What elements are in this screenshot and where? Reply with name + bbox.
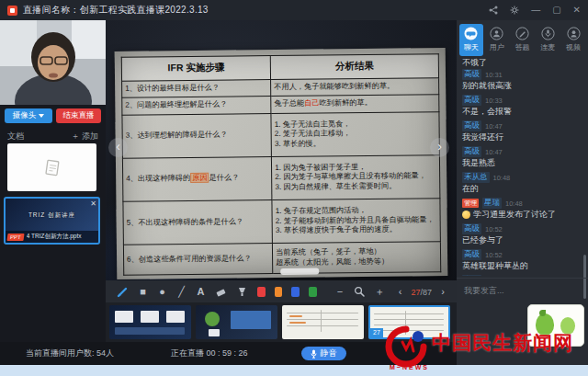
presentation-stage: IFR 实施步骤 分析结果 1、设计的最终目标是什么？ 不用人，兔子就能够吃到新… — [106, 20, 457, 280]
text-tool-icon[interactable]: A — [196, 285, 206, 298]
chat-message: 高级10:31 别的就很高涨 — [462, 69, 582, 92]
tab-label: 用户 — [490, 42, 504, 52]
chat-message: 禾从总10:48 在的 — [462, 172, 582, 195]
tab-label: 答题 — [514, 42, 529, 52]
highlight-reason: 原因 — [190, 173, 209, 183]
chat-input[interactable]: 我要发言... — [457, 279, 588, 297]
smiley-emoji-icon — [462, 211, 470, 219]
message-time: 10:47 — [485, 148, 503, 156]
pen-tool-icon[interactable] — [117, 285, 129, 298]
question-cell: 6、创造这些条件可用的资源是什么？ — [123, 244, 272, 276]
whiteboard-thumbnail[interactable] — [7, 143, 96, 191]
slide-thumbnail-1[interactable] — [109, 305, 191, 339]
question-cell: 1、设计的最终目标是什么？ — [122, 79, 271, 97]
prev-slide-arrow[interactable]: ‹ — [108, 138, 128, 157]
left-panel: 摄像头 结束直播 文档 ＋ 添加 TRIZ 创新讲座 PPT 4 TRIZ创新方… — [0, 20, 106, 342]
ppt-filename: 4 TRIZ创新方法.pptx — [27, 233, 82, 241]
chevron-down-icon — [39, 114, 44, 118]
chat-message: 高级10:33 不是，会报警 — [462, 95, 582, 118]
slide-thumbnail-3[interactable] — [282, 305, 364, 339]
tab-chat[interactable]: 聊天 — [459, 24, 483, 56]
answer-cell: 1. 兔子在规定范围内活动， 2. 笼子能移动到新的地方并且具备自驱动能量， 3… — [272, 199, 440, 244]
message-time: 10:48 — [493, 174, 511, 182]
maximize-icon[interactable]: ▢ — [552, 6, 560, 15]
minimize-icon[interactable]: — — [531, 6, 540, 15]
message-text: 不是，会报警 — [462, 106, 582, 118]
eraser-tool-icon[interactable] — [215, 285, 227, 298]
chat-message-admin: 管理星瑞10:48 学习通里发布了讨论了 — [462, 198, 582, 221]
zoom-in-icon[interactable]: ＋ — [374, 285, 384, 298]
room-title: 直播间名称：创新工程实践直播课2022.3.13 — [23, 4, 209, 17]
sender-name: 高级 — [462, 146, 481, 157]
answer-cell: 不用人，兔子就能够吃到新鲜的草。 — [271, 77, 439, 96]
sender-name: 高级 — [462, 69, 481, 80]
message-time: 10:48 — [505, 199, 523, 208]
table-row: 4、出现这种障碍的原因是什么？ 1. 因为兔子被困于笼子里， 2. 因为笼子与草… — [122, 154, 439, 201]
video-user-icon — [567, 27, 581, 40]
tab-users[interactable]: 用户 — [485, 24, 509, 56]
camera-button[interactable]: 摄像头 — [5, 108, 52, 123]
message-time: 10:52 — [485, 251, 503, 259]
sender-name: 高级 — [462, 223, 481, 234]
line-tool-icon[interactable]: ╱ — [176, 285, 187, 298]
slide-thumbnail-2[interactable] — [196, 305, 277, 339]
tab-quiz[interactable]: 答题 — [511, 24, 535, 56]
presenter-webcam — [0, 20, 106, 105]
message-time: 10:33 — [485, 97, 503, 105]
admin-badge: 管理 — [462, 199, 479, 208]
sender-name: 高级 — [462, 95, 481, 106]
watermark-title: 中国民生新闻网 — [432, 330, 573, 356]
chat-bubble-icon — [464, 27, 478, 40]
color-swatch-blue[interactable] — [291, 287, 300, 297]
thumbnail-page-badge: 27 — [370, 328, 383, 337]
question-cell: 3、达到理想解的障碍是什么？ — [122, 113, 272, 158]
sender-name: 高级 — [462, 275, 481, 276]
circle-tool-icon[interactable]: ● — [157, 285, 167, 298]
chat-message-list: 不饿了 高级10:31 别的就很高涨 高级10:33 不是，会报警 高级10:4… — [457, 57, 588, 276]
share-icon[interactable] — [489, 6, 498, 15]
next-page-icon[interactable]: › — [436, 285, 449, 298]
sender-name: 星瑞 — [482, 198, 502, 209]
camera-button-label: 摄像头 — [13, 110, 37, 121]
color-swatch-orange[interactable] — [275, 287, 283, 297]
clear-tool-icon[interactable] — [236, 285, 248, 298]
pencil-icon — [515, 27, 529, 40]
mute-button[interactable]: 静音 — [301, 347, 346, 360]
ppt-close-icon[interactable]: ✕ — [89, 199, 97, 208]
highlight-self: 自己 — [304, 99, 319, 108]
news-watermark: 中国民生新闻网 M~NEWS — [384, 324, 588, 371]
tab-label: 视频 — [566, 42, 581, 52]
live-duration: 正在直播 00 : 59 : 26 — [171, 348, 248, 359]
next-slide-arrow[interactable]: › — [430, 138, 449, 157]
end-live-label: 结束直播 — [63, 110, 95, 121]
sender-name: 高级 — [462, 120, 481, 131]
rect-tool-icon[interactable]: ■ — [138, 285, 148, 298]
tab-video[interactable]: 视频 — [561, 24, 585, 56]
close-icon[interactable]: ✕ — [573, 6, 581, 15]
magnifier-icon[interactable] — [354, 285, 365, 298]
settings-gear-icon[interactable] — [510, 6, 519, 15]
page-indicator: 27/87 — [411, 287, 432, 297]
tab-mic-connect[interactable]: 连麦 — [536, 24, 560, 56]
prev-page-icon[interactable]: ‹ — [393, 285, 406, 298]
question-cell: 2、问题的最终理想解是什么？ — [122, 97, 271, 115]
end-live-button[interactable]: 结束直播 — [56, 108, 101, 123]
live-studio-window: 直播间名称：创新工程实践直播课2022.3.13 — ▢ ✕ — [0, 0, 588, 376]
tab-label: 连麦 — [540, 42, 555, 52]
question-cell: 5、不出现这种障碍的条件是什么？ — [123, 200, 273, 245]
watermark-subtitle: M~NEWS — [390, 364, 429, 370]
message-time: 10:52 — [485, 225, 503, 234]
message-text: 学习通里发布了讨论了 — [473, 209, 556, 221]
ppt-thumbnail-selected[interactable]: TRIZ 创新讲座 PPT 4 TRIZ创新方法.pptx ✕ — [4, 197, 100, 245]
color-swatch-red[interactable] — [257, 287, 266, 297]
chat-panel: 聊天 用户 答题 连麦 视频 不饿了 高级10:31 别 — [457, 20, 588, 365]
zoom-out-icon[interactable]: − — [335, 285, 345, 298]
add-doc-button[interactable]: ＋ 添加 — [71, 131, 98, 142]
message-text: 英雄联盟种草丛的 — [462, 260, 582, 272]
message-text: 在的 — [462, 183, 582, 195]
chat-message: 高级10:52 英雄联盟种草丛的 — [462, 249, 582, 272]
slide-progress-pill — [280, 268, 319, 275]
message-time: 10:47 — [485, 122, 503, 131]
annotation-toolbar: ■ ● ╱ A − ＋ ‹ 27/87 › — [106, 280, 457, 302]
color-swatch-green[interactable] — [309, 287, 317, 297]
